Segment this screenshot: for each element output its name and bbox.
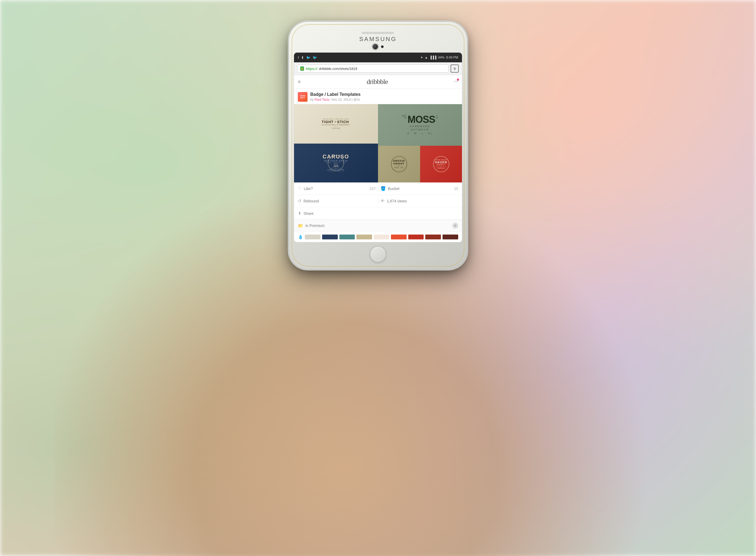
wifi-icon: ▲: [425, 56, 428, 59]
status-time: 8:49 PM: [446, 56, 458, 59]
bucket-label: Bucket: [388, 186, 400, 191]
premium-close-button[interactable]: ✕: [452, 223, 458, 229]
like-count: 247: [369, 186, 376, 191]
rebound-label: Rebound: [304, 199, 319, 203]
color-swatch-8: [425, 235, 441, 239]
shot-title: Badge / Label Templates: [310, 92, 458, 97]
share-label: Share: [304, 211, 313, 216]
status-icon-fb: f: [298, 56, 299, 60]
badge-hagen: HAND MADE HAGEN SUPPLY ——— CO ——— TRADEM…: [420, 146, 462, 183]
color-palette-bar: 💧: [294, 232, 462, 242]
rebound-views-row: ↺ Rebound 👁 1,674 views: [294, 195, 462, 207]
dropper-icon: 💧: [298, 234, 303, 239]
https-lock-icon: 🔒: [300, 66, 304, 71]
badge-caruso: CARUSO HERITAGE DENIM GOOD · QUALITY · 1…: [294, 144, 378, 183]
status-right-icons: ✦ ▲ ▐▐▐ 44% 8:49 PM: [420, 56, 458, 59]
phone-top: SAMSUNG: [294, 27, 462, 53]
shot-right-column: EST TO MOSS 2 04 HANDMADE OUTWEAR: [378, 104, 462, 182]
color-swatch-6: [391, 235, 407, 239]
camera-lens: [372, 44, 378, 50]
badge-tightstich: ORIGINAL DENIM USA TIGHT ✦ STICH CLOTHIN…: [294, 104, 378, 144]
bluetooth-icon: ✦: [420, 56, 423, 59]
rebound-action[interactable]: ↺ Rebound: [298, 195, 376, 207]
samsung-brand: SAMSUNG: [294, 36, 462, 43]
share-row: ⬆ Share: [294, 207, 462, 220]
bucket-count: 15: [454, 186, 458, 191]
premium-label: in Premium: [305, 223, 324, 228]
activity-notification-dot: [457, 78, 459, 81]
shot-header: DRIBBBBLE Badge / Label Templates by Rau…: [294, 89, 462, 104]
caruso-circle-border: CARUSO HERITAGE DENIM GOOD · QUALITY · 1…: [328, 155, 344, 171]
hagen-circle-border: HAND MADE HAGEN SUPPLY ——— CO ——— TRADEM…: [433, 156, 449, 172]
phone-screen: f ⬆ 🐦 🐦 ✦ ▲ ▐▐▐ 44% 8:49 PM 🔒 https://: [294, 53, 462, 242]
views-action: 👁 1,674 views: [380, 195, 458, 207]
author-link[interactable]: Raul Taciu: [314, 98, 330, 102]
shot-date: Nov 22, 2014 | @2x: [331, 98, 360, 102]
color-swatch-4: [356, 235, 372, 239]
share-action[interactable]: ⬆ Share: [298, 207, 458, 219]
like-icon: ♡: [298, 186, 302, 191]
shot-byline: by Raul Taciu Nov 22, 2014 | @2x: [310, 98, 458, 102]
dribbble-logo: dribbble: [367, 78, 388, 86]
premium-folder-icon: 📁: [298, 223, 303, 228]
speaker-grill: [362, 32, 394, 34]
url-address: dribbble.com/shots/1819: [319, 67, 357, 71]
shot-meta: Badge / Label Templates by Raul Taciu No…: [310, 92, 458, 102]
action-bar: ♡ Like? 247 🪣 Bucket 15 ↺ Reboun: [294, 182, 462, 220]
status-icons: f ⬆ 🐦 🐦: [298, 56, 317, 60]
like-action[interactable]: ♡ Like? 247: [298, 182, 376, 195]
badge-griffin: GRIFFIN KNIGHT — ❖ — EST. 18: [378, 146, 420, 183]
status-bar: f ⬆ 🐦 🐦 ✦ ▲ ▐▐▐ 44% 8:49 PM: [294, 53, 462, 62]
phone-bottom: [294, 242, 462, 265]
color-swatch-9: [443, 235, 458, 239]
badge-bottom-right: GRIFFIN KNIGHT — ❖ — EST. 18: [378, 146, 462, 183]
camera-sensor: [381, 45, 384, 48]
status-icon-tw1: 🐦: [306, 56, 310, 60]
author-avatar: DRIBBBBLE: [298, 92, 308, 102]
url-https: https://: [306, 67, 317, 71]
by-label: by: [310, 98, 314, 102]
activity-icon-button[interactable]: 〰: [454, 79, 458, 84]
rebound-icon: ↺: [298, 198, 301, 204]
color-swatch-1: [305, 235, 320, 239]
phone-device: SAMSUNG f ⬆ 🐦 🐦 ✦ ▲ ▐▐▐ 44%: [289, 22, 467, 269]
status-icon-tw2: 🐦: [313, 56, 317, 60]
signal-icon: ▐▐▐: [429, 56, 437, 59]
action-divider-2: [378, 198, 378, 204]
badge-moss: EST TO MOSS 2 04 HANDMADE OUTWEAR: [378, 104, 462, 146]
action-divider-1: [378, 186, 378, 192]
dribbble-navbar: ≡ dribbble 〰: [294, 75, 462, 89]
views-count: 1,674 views: [387, 199, 407, 203]
views-icon: 👁: [380, 199, 385, 204]
hamburger-menu-icon[interactable]: ≡: [298, 79, 301, 85]
shot-image: ORIGINAL DENIM USA TIGHT ✦ STICH CLOTHIN…: [294, 104, 462, 182]
browser-bar: 🔒 https:// dribbble.com/shots/1819 5: [294, 62, 462, 75]
color-swatch-2: [322, 235, 338, 239]
premium-row: 📁 in Premium ✕: [294, 220, 462, 232]
like-bucket-row: ♡ Like? 247 🪣 Bucket 15: [294, 182, 462, 195]
phone-shell: SAMSUNG f ⬆ 🐦 🐦 ✦ ▲ ▐▐▐ 44%: [289, 22, 467, 269]
shot-left-column: ORIGINAL DENIM USA TIGHT ✦ STICH CLOTHIN…: [294, 104, 378, 182]
battery-percent: 44%: [438, 56, 444, 59]
premium-left: 📁 in Premium: [298, 223, 324, 228]
camera-area: [294, 44, 462, 50]
bucket-icon: 🪣: [380, 186, 386, 191]
status-icon-nav: ⬆: [301, 56, 304, 60]
home-button[interactable]: [370, 246, 386, 262]
share-icon: ⬆: [298, 211, 301, 216]
bucket-action[interactable]: 🪣 Bucket 15: [380, 182, 458, 195]
tab-count-button[interactable]: 5: [451, 65, 459, 73]
color-swatch-5: [374, 235, 389, 239]
url-field[interactable]: 🔒 https:// dribbble.com/shots/1819: [297, 65, 448, 73]
color-swatch-3: [339, 235, 355, 239]
griffin-circle-border: GRIFFIN KNIGHT — ❖ — EST. 18: [391, 156, 407, 172]
color-swatch-7: [408, 235, 424, 239]
like-label: Like?: [304, 186, 313, 191]
